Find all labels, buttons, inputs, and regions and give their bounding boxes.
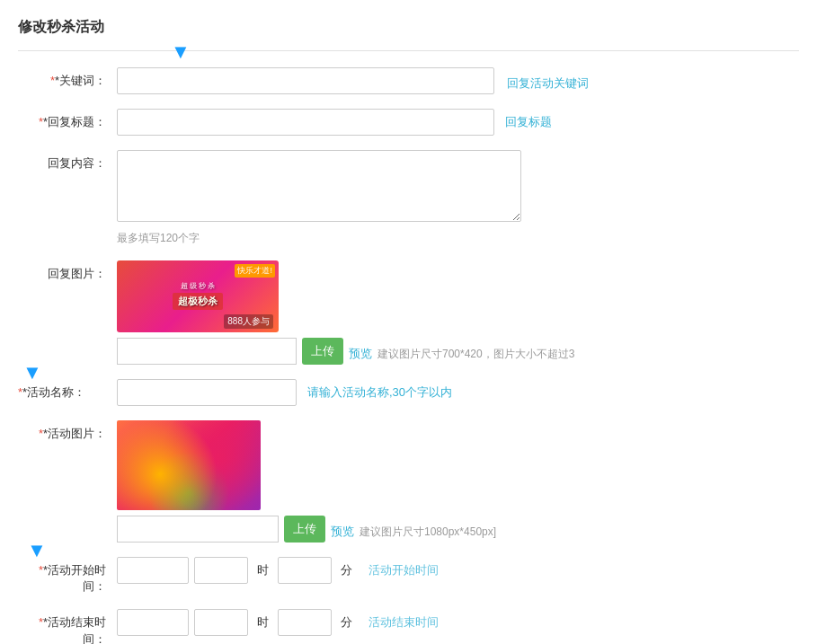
page-title: 修改秒杀活动 xyxy=(18,9,799,51)
activity-name-label: ▼ **活动名称： xyxy=(18,379,117,401)
reply-image-hint: 建议图片尺寸700*420，图片大小不超过3 xyxy=(377,341,574,362)
arrow-annotation-2: ▼ xyxy=(22,359,42,387)
reply-image-upload-btn[interactable]: 上传 xyxy=(302,338,343,365)
end-hour-unit: 时 xyxy=(253,609,272,636)
reply-image-preview-btn[interactable]: 预览 xyxy=(349,340,372,362)
end-time-hint: 活动结束时间 xyxy=(361,609,439,636)
start-date-input[interactable]: 2017-09-22 xyxy=(117,557,189,584)
activity-image-preview-btn[interactable]: 预览 xyxy=(331,518,354,540)
end-minute-input[interactable]: 00 xyxy=(278,609,332,636)
activity-image-label: **活动图片： xyxy=(18,420,117,442)
reply-image-preview-box: 超 级 秒 杀 超极秒杀 快乐才道! 888人参与 xyxy=(117,260,279,332)
end-date-input[interactable]: 2018-10-22 xyxy=(117,609,189,636)
reply-image-url-input[interactable]: http://s.404.cn/tpl/static/seckill/ima xyxy=(117,338,297,365)
activity-name-input[interactable]: 微秒杀 xyxy=(117,379,297,406)
reply-title-label: **回复标题： xyxy=(18,109,117,130)
activity-name-hint: 请输入活动名称,30个字以内 xyxy=(302,379,452,401)
activity-image-preview-box xyxy=(117,420,261,510)
start-minute-unit: 分 xyxy=(337,557,356,584)
start-minute-input[interactable]: 00 xyxy=(278,557,332,584)
activity-image-hint: 建议图片尺寸1080px*450px] xyxy=(360,519,496,540)
end-minute-unit: 分 xyxy=(337,609,356,636)
keyword-hint: 回复活动关键词 xyxy=(502,70,589,92)
activity-image-url-input[interactable]: http://wx.wxbcms.com/uploads/g/ xyxy=(117,516,279,543)
arrow-annotation-1: ▼ xyxy=(171,40,191,64)
keyword-label: **关键词： xyxy=(18,67,117,89)
end-time-label: **活动结束时间： xyxy=(18,609,117,644)
activity-image-upload-btn[interactable]: 上传 xyxy=(284,516,325,543)
end-hour-input[interactable]: 08 xyxy=(194,609,248,636)
keyword-input[interactable]: 微秒杀 xyxy=(117,67,494,94)
start-time-label: ▼ **活动开始时间： xyxy=(18,557,117,595)
reply-title-hint: 回复标题 xyxy=(500,109,552,130)
arrow-annotation-3: ▼ xyxy=(27,537,47,565)
start-hour-input[interactable]: 20 xyxy=(194,557,248,584)
reply-content-label: 回复内容： xyxy=(18,150,117,172)
start-hour-unit: 时 xyxy=(253,557,272,584)
image-sub: 888人参与 xyxy=(224,314,273,329)
image-badge: 快乐才道! xyxy=(235,264,275,278)
reply-content-textarea[interactable] xyxy=(117,150,521,222)
activity-image-inner xyxy=(117,420,261,510)
reply-image-label: 回复图片： xyxy=(18,260,117,282)
start-time-hint: 活动开始时间 xyxy=(361,557,439,584)
char-limit: 最多填写120个字 xyxy=(117,231,799,246)
reply-title-input[interactable]: 微秒杀 xyxy=(117,109,494,136)
